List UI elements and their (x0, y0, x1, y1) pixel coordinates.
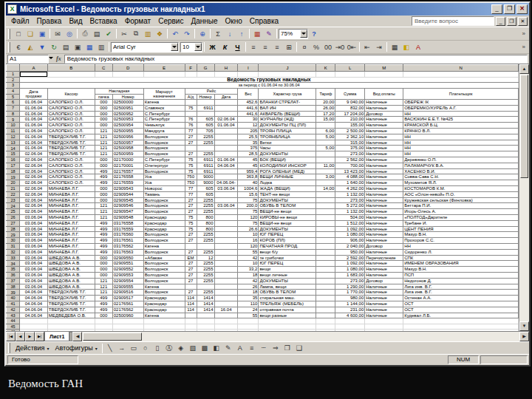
cell[interactable]: ТВЕРДОХЛИБ Т.Г. (47, 151, 95, 157)
cell[interactable]: МИНАЕВА Л.Г. (47, 244, 95, 250)
currency-style-icon[interactable]: ¤ (299, 42, 310, 52)
cell[interactable]: 9 040,00 (335, 100, 365, 106)
cell[interactable]: 2 040,00 (335, 244, 365, 250)
row-header-20[interactable]: 20 (7, 180, 20, 186)
cell[interactable]: ШВЕДОВА А.В. (47, 273, 95, 279)
cell[interactable] (185, 100, 197, 106)
select-all-corner[interactable] (7, 65, 20, 72)
cell[interactable]: ОБЕРЕМКО/ХУРЕЛЬ А.Г. (403, 105, 519, 111)
cell[interactable] (214, 100, 238, 106)
cell[interactable]: Наличные (365, 215, 403, 221)
cell[interactable]: 2255 (197, 249, 214, 255)
cell[interactable]: 499 (95, 296, 112, 301)
cell[interactable] (316, 261, 335, 267)
cell[interactable]: КОЛОДИЛКИ ИНСКОР (259, 163, 316, 168)
cell[interactable]: 35 (238, 296, 259, 301)
scroll-up-icon[interactable]: ▲ (519, 64, 529, 74)
cell[interactable]: ОБЕРЕЖ ІК (403, 100, 519, 106)
cell[interactable]: 02909543 (112, 186, 143, 192)
cell[interactable]: ТВЕРДОХЛИБ Т.Г. (47, 307, 95, 313)
column-header-E[interactable]: E (143, 65, 185, 72)
cell[interactable] (214, 111, 238, 117)
cell[interactable]: 26 (238, 284, 259, 290)
menu-item-2[interactable]: Вид (65, 16, 86, 26)
cell[interactable]: 02500956 (112, 134, 143, 140)
row-header-31[interactable]: 31 (7, 244, 20, 250)
cell[interactable]: 1 770,00 (335, 290, 365, 296)
drawing-icon[interactable]: ✎ (263, 29, 275, 39)
cell[interactable]: КРАМСКОЙ Б.Ц. (403, 123, 519, 129)
cell[interactable]: 02.06.04 (19, 209, 47, 215)
cell[interactable]: Часы (259, 146, 316, 151)
cell[interactable]: 120 (238, 244, 259, 250)
cell[interactable]: 959,4 (238, 168, 259, 174)
cell[interactable]: Краснодар (143, 296, 185, 301)
cell[interactable]: 27 (185, 290, 197, 296)
cell[interactable]: стиральная маш. (259, 296, 316, 301)
cell[interactable]: 121 (95, 290, 112, 296)
cell[interactable] (143, 72, 185, 78)
cell[interactable]: 200,0 (238, 203, 259, 209)
table-subheader-cell[interactable]: Номер (112, 94, 143, 100)
chart-wizard-icon[interactable]: ▦ (251, 29, 263, 39)
row-header-38[interactable]: 38 (7, 284, 20, 290)
cell[interactable]: 499 (95, 220, 112, 226)
cell[interactable]: Лига инв. В.Г. (403, 284, 519, 290)
cell[interactable]: САЛОПЕКО О.Л. (47, 180, 95, 186)
arrow-style-icon[interactable]: ⇒ (270, 343, 282, 353)
cell[interactable]: МИНАЕВА Л.Г. (47, 238, 95, 244)
align-right-icon[interactable]: ≡ (271, 42, 283, 52)
cell[interactable]: С.Петербург (143, 117, 185, 123)
cell[interactable]: Наличные (365, 163, 403, 168)
vertical-scroll-thumb[interactable] (520, 75, 528, 178)
cell[interactable]: Новорос (143, 186, 185, 192)
cell[interactable]: 5,00 (316, 146, 335, 151)
cell[interactable]: 02500953 (112, 117, 143, 123)
camera-icon[interactable]: ▣ (72, 42, 83, 52)
cell[interactable]: 02500960 (112, 313, 143, 318)
cell[interactable]: 000 (95, 313, 112, 318)
cell[interactable]: 6,00 (316, 129, 335, 134)
cell[interactable]: 000 (95, 111, 112, 117)
cell[interactable]: Наличные (365, 100, 403, 106)
cell[interactable]: 504,00 (335, 215, 365, 221)
comma-style-icon[interactable]: 00 (322, 42, 334, 52)
cell[interactable] (335, 318, 365, 324)
cell[interactable]: 2255 (197, 140, 214, 146)
cell[interactable]: 4 088,00 (335, 174, 365, 180)
horizontal-scrollbar[interactable]: ◀ ▶ (72, 332, 529, 341)
cell[interactable]: Волгодонск (143, 249, 185, 255)
arrow-icon[interactable]: → (116, 343, 128, 353)
cell[interactable] (185, 146, 197, 151)
clipart-icon[interactable]: ▧ (187, 343, 199, 353)
sheet-tab-list1[interactable]: Лист1 (44, 332, 69, 341)
cell[interactable]: 1 092,00 (335, 261, 365, 267)
cell[interactable]: 5,00 (316, 134, 335, 140)
cell[interactable]: 000 (95, 186, 112, 192)
cell[interactable]: 03176562 (112, 244, 143, 250)
cell[interactable]: Наличные (365, 220, 403, 226)
cell[interactable]: Совва-Сава С.Н. (403, 174, 519, 180)
cell[interactable]: 499 (95, 174, 112, 180)
cell[interactable]: 02909545 (112, 197, 143, 203)
cell[interactable] (316, 215, 335, 221)
cell[interactable]: 75 (185, 105, 197, 111)
cell[interactable]: 499 (95, 249, 112, 255)
cell[interactable]: 16 (238, 238, 259, 244)
cell[interactable]: Олетерпург (143, 163, 185, 168)
cell[interactable]: 1414 (197, 296, 214, 301)
cell[interactable] (47, 324, 95, 330)
cell[interactable]: 33,2 (238, 267, 259, 273)
cell[interactable]: 832,00 (335, 105, 365, 111)
cell[interactable]: Уса (143, 174, 185, 180)
cell[interactable] (316, 209, 335, 215)
cell[interactable]: 231,00 (335, 307, 365, 313)
cell[interactable] (316, 318, 335, 324)
column-header-L[interactable]: L (335, 65, 365, 72)
help-icon[interactable]: ? (308, 29, 320, 39)
cell[interactable]: 03176559 (112, 226, 143, 232)
new-document-icon[interactable]: □ (13, 29, 24, 39)
line-color-icon[interactable]: ✎ (222, 343, 234, 353)
cell[interactable]: ПАЛАМАРЧУК В.А. (403, 163, 519, 168)
cell[interactable]: 906,00 (335, 238, 365, 244)
